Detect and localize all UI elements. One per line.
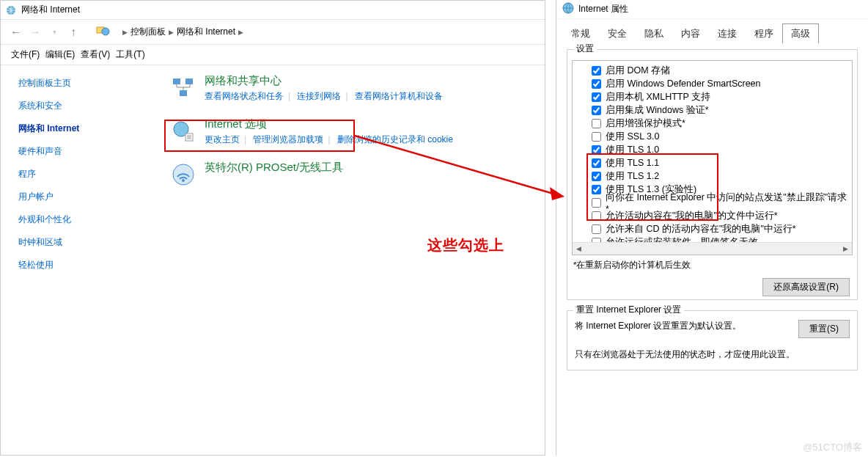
item-internet-options: Internet 选项 更改主页| 管理浏览器加载项| 删除浏览的历史记录和 c…	[125, 117, 545, 146]
svg-rect-3	[173, 78, 180, 84]
checkbox-item[interactable]: 向你在 Internet Explorer 中访问的站点发送"禁止跟踪"请求*	[592, 196, 849, 209]
menu-edit[interactable]: 编辑(E)	[45, 48, 75, 61]
checkbox-input[interactable]	[592, 224, 601, 234]
checkbox-item[interactable]: 启用本机 XMLHTTP 支持	[592, 90, 849, 103]
sidebar-link-programs[interactable]: 程序	[18, 168, 125, 180]
globe-icon	[562, 2, 574, 16]
menu-tools[interactable]: 工具(T)	[116, 48, 144, 61]
network-sharing-icon	[169, 74, 197, 102]
checkbox-input[interactable]	[592, 172, 601, 181]
sidebar-link-appearance[interactable]: 外观和个性化	[18, 213, 125, 226]
tab-security[interactable]: 安全	[599, 23, 636, 43]
internet-properties-dialog: Internet 属性 常规 安全 隐私 内容 连接 程序 高级 设置 启用 D…	[556, 0, 868, 456]
item-title[interactable]: 网络和共享中心	[205, 74, 443, 88]
sidebar-link-home[interactable]: 控制面板主页	[18, 77, 125, 89]
link-homepage[interactable]: 更改主页	[205, 134, 240, 145]
checkbox-label: 使用 TLS 1.2	[606, 170, 659, 183]
checkbox-input[interactable]	[592, 119, 601, 128]
checkbox-item[interactable]: 使用 TLS 1.0	[592, 143, 849, 156]
chevron-right-icon: ▶	[238, 29, 243, 36]
checkbox-item[interactable]: 使用 SSL 3.0	[592, 130, 849, 143]
checkbox-input[interactable]	[592, 79, 601, 89]
breadcrumb-root[interactable]: 控制面板	[130, 26, 166, 38]
forward-button[interactable]: →	[27, 24, 43, 40]
tab-advanced[interactable]: 高级	[782, 23, 819, 43]
internet-options-icon	[169, 117, 197, 145]
tab-privacy[interactable]: 隐私	[636, 23, 672, 43]
tab-content[interactable]: 内容	[672, 23, 709, 43]
restore-defaults-button[interactable]: 还原高级设置(R)	[762, 278, 850, 296]
wifi-icon	[169, 161, 197, 189]
reset-note: 只有在浏览器处于无法使用的状态时，才应使用此设置。	[575, 348, 850, 361]
scroll-left-icon[interactable]: ◀	[573, 243, 585, 255]
item-intel-proset: 英特尔(R) PROSet/无线工具	[125, 161, 545, 189]
checkbox-label: 允许活动内容在"我的电脑"的文件中运行*	[606, 210, 778, 222]
network-icon	[5, 4, 17, 16]
control-panel-body: 控制面板主页 系统和安全 网络和 Internet 硬件和声音 程序 用户帐户 …	[1, 65, 545, 455]
checkbox-input[interactable]	[592, 145, 601, 155]
checkbox-label: 使用 SSL 3.0	[606, 131, 660, 143]
checkbox-input[interactable]	[592, 66, 601, 76]
checkbox-item[interactable]: 启用集成 Windows 验证*	[592, 103, 849, 117]
nav-bar: ← → ▾ ↑ ▶ 控制面板 ▶ 网络和 Internet ▶	[1, 20, 545, 45]
sidebar-link-network[interactable]: 网络和 Internet	[18, 123, 125, 135]
settings-listbox[interactable]: 启用 DOM 存储启用 Windows Defender SmartScreen…	[572, 60, 853, 255]
checkbox-input[interactable]	[592, 198, 601, 208]
menu-file[interactable]: 文件(F)	[11, 48, 40, 61]
tab-programs[interactable]: 程序	[746, 23, 782, 43]
category-content: 网络和共享中心 查看网络状态和任务| 连接到网络| 查看网络计算机和设备 Int…	[125, 65, 545, 455]
back-button[interactable]: ←	[8, 24, 24, 40]
checkbox-input[interactable]	[592, 211, 601, 221]
reset-label: 重置 Internet Explorer 设置	[573, 304, 684, 316]
svg-rect-5	[180, 90, 187, 96]
checkbox-input[interactable]	[592, 92, 601, 102]
link-view-devices[interactable]: 查看网络计算机和设备	[355, 91, 443, 101]
svg-rect-4	[185, 78, 193, 84]
item-sublinks: 更改主页| 管理浏览器加载项| 删除浏览的历史记录和 cookie	[205, 134, 453, 146]
item-title[interactable]: 英特尔(R) PROSet/无线工具	[205, 161, 343, 175]
checkbox-item[interactable]: 允许来自 CD 的活动内容在"我的电脑"中运行*	[592, 222, 849, 235]
sidebar-link-clock[interactable]: 时钟和区域	[18, 236, 125, 249]
checkbox-item[interactable]: 启用 Windows Defender SmartScreen	[592, 77, 849, 90]
checkbox-item[interactable]: 使用 TLS 1.1	[592, 156, 849, 169]
reset-description: 将 Internet Explorer 设置重置为默认设置。	[575, 320, 741, 332]
dialog-title: Internet 属性	[578, 3, 628, 15]
item-sublinks: 查看网络状态和任务| 连接到网络| 查看网络计算机和设备	[205, 90, 443, 103]
link-delete-history[interactable]: 删除浏览的历史记录和 cookie	[337, 134, 453, 145]
reset-button[interactable]: 重置(S)	[798, 320, 850, 338]
checkbox-item[interactable]: 启用增强保护模式*	[592, 117, 849, 130]
link-connect[interactable]: 连接到网络	[297, 91, 341, 101]
sidebar-link-system[interactable]: 系统和安全	[18, 100, 125, 112]
reset-group: 重置 Internet Explorer 设置 将 Internet Explo…	[567, 310, 858, 370]
up-button[interactable]: ↑	[65, 24, 81, 40]
chevron-right-icon: ▶	[122, 29, 128, 36]
control-panel-window: 网络和 Internet ← → ▾ ↑ ▶ 控制面板 ▶ 网络和 Intern…	[0, 0, 545, 456]
sidebar-link-ease[interactable]: 轻松使用	[18, 259, 125, 271]
sidebar-link-accounts[interactable]: 用户帐户	[18, 191, 125, 203]
item-title[interactable]: Internet 选项	[205, 117, 453, 131]
checkbox-input[interactable]	[592, 185, 601, 194]
menu-bar: 文件(F) 编辑(E) 查看(V) 工具(T)	[1, 45, 545, 65]
category-sidebar: 控制面板主页 系统和安全 网络和 Internet 硬件和声音 程序 用户帐户 …	[1, 65, 125, 455]
tab-general[interactable]: 常规	[562, 23, 599, 43]
annotation-text: 这些勾选上	[427, 235, 504, 255]
horizontal-scrollbar[interactable]: ◀ ▶	[573, 242, 852, 255]
tab-connections[interactable]: 连接	[709, 23, 746, 43]
recent-dropdown[interactable]: ▾	[46, 24, 62, 40]
title-bar: 网络和 Internet	[1, 1, 545, 20]
item-network-sharing: 网络和共享中心 查看网络状态和任务| 连接到网络| 查看网络计算机和设备	[125, 74, 545, 103]
checkbox-label: 启用 DOM 存储	[606, 65, 670, 77]
link-view-status[interactable]: 查看网络状态和任务	[205, 91, 284, 101]
menu-view[interactable]: 查看(V)	[81, 48, 110, 61]
scroll-right-icon[interactable]: ▶	[839, 243, 852, 255]
checkbox-item[interactable]: 使用 TLS 1.2	[592, 169, 849, 183]
link-addons[interactable]: 管理浏览器加载项	[253, 134, 323, 145]
breadcrumb-current[interactable]: 网络和 Internet	[177, 26, 235, 38]
settings-group: 设置 启用 DOM 存储启用 Windows Defender SmartScr…	[567, 49, 858, 300]
settings-label: 设置	[573, 43, 597, 55]
checkbox-item[interactable]: 启用 DOM 存储	[592, 64, 849, 77]
checkbox-input[interactable]	[592, 132, 601, 142]
checkbox-input[interactable]	[592, 158, 601, 168]
checkbox-input[interactable]	[592, 106, 601, 115]
sidebar-link-hardware[interactable]: 硬件和声音	[18, 145, 125, 158]
